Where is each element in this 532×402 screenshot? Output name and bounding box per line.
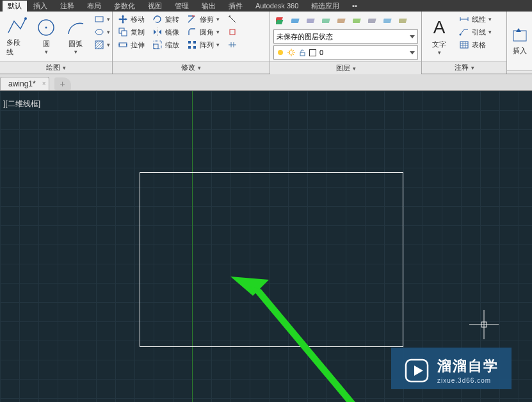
rectangle-tool[interactable]: ▾ — [93, 13, 111, 25]
layer-tool-7[interactable] — [382, 14, 396, 27]
modify-misc3-icon — [227, 40, 238, 50]
menubar: 默认 插入 注释 布局 参数化 视图 管理 输出 插件 Autodesk 360… — [0, 0, 532, 12]
close-tab-button[interactable]: × — [42, 80, 46, 87]
layer-walk-icon — [399, 15, 409, 26]
menu-view[interactable]: 视图 — [141, 1, 168, 12]
menu-annotate[interactable]: 注释 — [54, 1, 81, 12]
modify-ext-1[interactable] — [226, 13, 239, 25]
leader-button[interactable]: 引线▾ — [458, 26, 493, 38]
arc-icon — [65, 17, 86, 38]
layer-prev-icon — [383, 15, 394, 26]
layer-tool-5[interactable] — [351, 14, 365, 27]
panel-layer-title[interactable]: 图层▾ — [270, 61, 421, 74]
modify-ext-2[interactable] — [226, 26, 239, 38]
arc-button[interactable]: 圆弧 ▾ — [61, 13, 90, 59]
rotate-button[interactable]: 旋转 — [151, 13, 181, 25]
layer-off-icon — [337, 15, 348, 26]
circle-icon — [36, 17, 56, 38]
panel-draw-title[interactable]: 绘图▾ — [0, 61, 112, 74]
svg-rect-32 — [513, 31, 526, 41]
menu-a360[interactable]: Autodesk 360 — [249, 1, 305, 10]
menu-tab-default[interactable]: 默认 — [3, 1, 27, 12]
svg-point-27 — [289, 51, 293, 54]
svg-point-30 — [460, 34, 462, 36]
layer-properties-button[interactable] — [274, 14, 288, 27]
copy-icon — [118, 27, 128, 37]
new-tab-button[interactable]: + — [54, 77, 71, 90]
layer-current-select[interactable]: 0 — [273, 45, 418, 60]
menu-featured[interactable]: 精选应用 — [305, 1, 346, 12]
array-icon — [187, 40, 197, 50]
layer-tool-3[interactable] — [320, 14, 334, 27]
svg-point-2 — [45, 27, 47, 29]
layer-props-icon — [276, 15, 286, 26]
menu-plugin[interactable]: 插件 — [222, 1, 249, 12]
svg-marker-37 — [414, 366, 423, 376]
drawing-canvas[interactable]: ][二维线框] 溜溜自学 zixue.3d66.com — [0, 91, 532, 402]
menu-manage[interactable]: 管理 — [168, 1, 195, 12]
svg-rect-9 — [119, 43, 127, 47]
mirror-button[interactable]: 镜像 — [151, 26, 181, 38]
svg-rect-12 — [188, 41, 191, 44]
menu-parametric[interactable]: 参数化 — [108, 1, 141, 12]
polyline-icon — [6, 16, 27, 36]
menu-output[interactable]: 输出 — [195, 1, 222, 12]
menu-overflow[interactable]: ▪▪ — [346, 1, 364, 10]
ellipse-tool[interactable]: ▾ — [93, 26, 111, 38]
sun-icon — [287, 49, 295, 56]
move-icon — [118, 14, 128, 24]
circle-button[interactable]: 圆 ▾ — [32, 13, 60, 59]
leader-icon — [459, 27, 469, 37]
trim-button[interactable]: 修剪▾ — [186, 13, 221, 25]
document-tabs: awing1* × + — [0, 74, 532, 91]
layer-tool-4[interactable] — [335, 14, 350, 27]
panel-modify: 移动 旋转 修剪▾ 复制 镜像 圆角▾ 拉伸 缩放 阵列▾ 修改▾ — [113, 12, 270, 74]
insert-button[interactable]: 插入 — [507, 13, 533, 68]
scale-button[interactable]: 缩放 — [151, 39, 181, 51]
ribbon: 多段线 圆 ▾ 圆弧 ▾ ▾ ▾ ▾ 绘图▾ 移动 旋转 — [0, 12, 532, 74]
layer-tool-8[interactable] — [397, 14, 411, 27]
modify-ext-3[interactable] — [226, 39, 239, 51]
svg-rect-23 — [368, 19, 376, 23]
fillet-button[interactable]: 圆角▾ — [186, 26, 221, 38]
polyline-button[interactable]: 多段线 — [3, 13, 31, 59]
linear-dim-icon — [459, 14, 469, 24]
svg-rect-17 — [276, 20, 283, 24]
move-button[interactable]: 移动 — [117, 13, 146, 25]
panel-annotate-title[interactable]: 注释▾ — [422, 61, 506, 74]
svg-rect-19 — [307, 19, 315, 23]
hatch-tool[interactable]: ▾ — [93, 39, 111, 51]
svg-rect-10 — [154, 44, 158, 49]
layer-state-select[interactable]: 未保存的图层状态 — [273, 29, 418, 44]
view-label[interactable]: ][二维线框] — [3, 99, 40, 109]
panel-modify-title[interactable]: 修改▾ — [113, 61, 270, 74]
copy-button[interactable]: 复制 — [117, 26, 146, 38]
linear-dim-button[interactable]: 线性▾ — [458, 13, 493, 25]
stretch-icon — [118, 40, 128, 50]
layer-freeze-icon — [307, 15, 317, 26]
svg-rect-20 — [322, 19, 330, 23]
svg-rect-28 — [300, 52, 305, 56]
layer-lock-icon — [322, 15, 332, 26]
document-tab[interactable]: awing1* × — [0, 77, 49, 90]
menu-layout[interactable]: 布局 — [81, 1, 108, 12]
layer-tool-6[interactable] — [366, 14, 380, 27]
table-button[interactable]: 表格 — [458, 39, 493, 51]
layer-iso-icon — [353, 15, 363, 26]
svg-rect-25 — [399, 19, 407, 23]
mirror-icon — [152, 27, 163, 37]
lock-open-icon — [298, 49, 306, 56]
array-button[interactable]: 阵列▾ — [186, 39, 221, 51]
panel-layer: 未保存的图层状态 0 图层▾ — [270, 12, 422, 74]
text-button[interactable]: A 文字 ▾ — [424, 13, 454, 59]
stretch-button[interactable]: 拉伸 — [117, 39, 146, 51]
watermark-title: 溜溜自学 — [437, 357, 499, 376]
layer-tool-1[interactable] — [289, 14, 303, 27]
layer-tool-2[interactable] — [305, 14, 319, 27]
ellipse-icon — [94, 27, 104, 37]
layer-match-icon — [368, 15, 378, 26]
color-swatch — [309, 49, 316, 56]
watermark: 溜溜自学 zixue.3d66.com — [391, 348, 512, 389]
menu-insert[interactable]: 插入 — [27, 1, 54, 12]
svg-rect-11 — [154, 41, 161, 49]
